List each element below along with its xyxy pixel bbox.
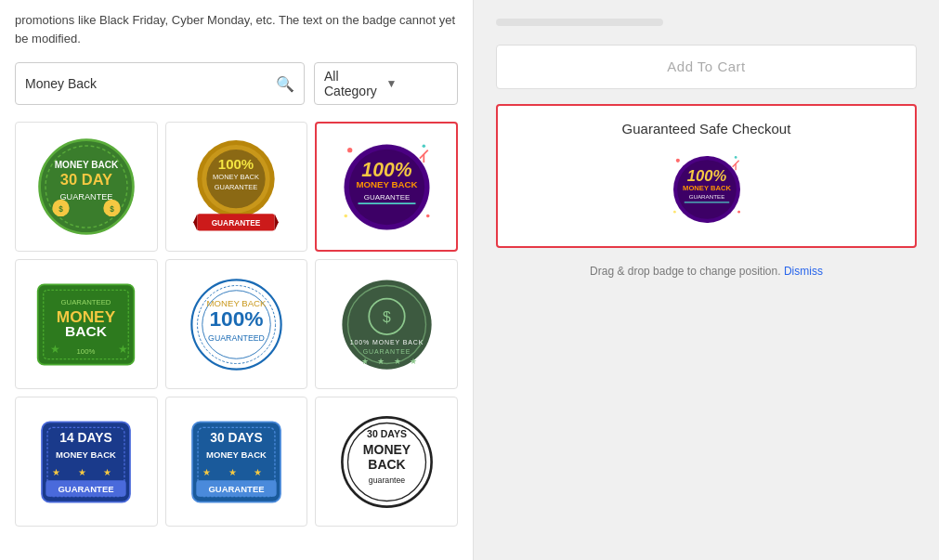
svg-text:GUARANTEE: GUARANTEE bbox=[363, 192, 410, 201]
search-box[interactable]: 🔍 bbox=[15, 62, 305, 105]
svg-text:30 DAY: 30 DAY bbox=[60, 171, 112, 188]
svg-text:GUARANTEE: GUARANTEE bbox=[212, 219, 261, 228]
category-label: All Category bbox=[324, 69, 386, 98]
svg-text:14 DAYS: 14 DAYS bbox=[60, 429, 112, 444]
svg-text:GUARANTEE: GUARANTEE bbox=[215, 183, 258, 191]
svg-text:★: ★ bbox=[78, 467, 86, 477]
svg-text:GUARANTEED: GUARANTEED bbox=[61, 297, 111, 306]
svg-text:GUARANTEE: GUARANTEE bbox=[208, 484, 264, 494]
svg-text:GUARANTEED: GUARANTEED bbox=[208, 333, 265, 343]
svg-point-80 bbox=[734, 156, 737, 159]
svg-text:★: ★ bbox=[202, 467, 211, 477]
svg-text:★: ★ bbox=[50, 342, 60, 355]
svg-text:★: ★ bbox=[360, 356, 368, 365]
svg-text:MONEY: MONEY bbox=[362, 441, 411, 456]
svg-text:★: ★ bbox=[228, 467, 237, 477]
svg-text:100%: 100% bbox=[218, 156, 254, 172]
left-panel: promotions like Black Friday, Cyber Mond… bbox=[0, 0, 474, 560]
svg-text:GUARANTEE: GUARANTEE bbox=[59, 484, 114, 494]
search-icon[interactable]: 🔍 bbox=[276, 75, 294, 93]
svg-text:100%: 100% bbox=[209, 306, 263, 331]
svg-text:★: ★ bbox=[104, 467, 112, 477]
svg-text:30 DAYS: 30 DAYS bbox=[210, 429, 262, 444]
svg-text:BACK: BACK bbox=[368, 456, 405, 471]
svg-text:100%: 100% bbox=[77, 347, 96, 356]
svg-marker-17 bbox=[275, 214, 279, 230]
badge-item[interactable]: GUARANTEED MONEY BACK ★ ★ 100% bbox=[15, 259, 158, 389]
svg-text:30 DAYS: 30 DAYS bbox=[367, 428, 407, 439]
badge-item[interactable]: MONEY BACK 100% GUARANTEED bbox=[165, 259, 308, 389]
svg-text:★: ★ bbox=[118, 342, 128, 355]
svg-text:MONEY BACK: MONEY BACK bbox=[56, 449, 116, 460]
dismiss-text: Drag & drop badge to change position. Di… bbox=[496, 263, 917, 280]
selected-badge-preview[interactable]: 100% MONEY BACK GUARANTEE bbox=[665, 148, 749, 231]
svg-point-81 bbox=[673, 211, 676, 214]
svg-text:★: ★ bbox=[393, 356, 400, 365]
svg-text:BACK: BACK bbox=[65, 323, 108, 339]
badge-item[interactable]: $ 100% MONEY BACK GUARANTEE ★ ★ ★ ★ bbox=[315, 259, 458, 389]
svg-text:MONEY BACK: MONEY BACK bbox=[206, 449, 267, 460]
search-row: 🔍 All Category ▼ bbox=[15, 62, 458, 105]
badge-item[interactable]: 100% MONEY BACK GUARANTEE GUARANTEE bbox=[165, 122, 308, 252]
svg-text:$: $ bbox=[59, 205, 63, 214]
badge-item[interactable]: MONEY BACK 30 DAY GUARANTEE $ $ bbox=[15, 122, 158, 252]
svg-text:GUARANTEE: GUARANTEE bbox=[362, 348, 410, 355]
svg-text:★: ★ bbox=[254, 467, 262, 477]
badge-item[interactable]: 30 DAYS MONEY BACK guarantee bbox=[315, 397, 458, 527]
search-input[interactable] bbox=[25, 76, 276, 91]
svg-point-22 bbox=[426, 214, 430, 217]
svg-point-19 bbox=[347, 148, 352, 152]
badge-item[interactable]: 100% MONEY BACK GUARANTEE bbox=[315, 122, 458, 252]
svg-text:MONEY BACK: MONEY BACK bbox=[683, 184, 731, 192]
svg-point-82 bbox=[737, 211, 740, 214]
svg-marker-16 bbox=[194, 214, 198, 230]
svg-point-21 bbox=[344, 214, 347, 217]
svg-text:$: $ bbox=[383, 308, 391, 324]
svg-text:$: $ bbox=[110, 205, 114, 214]
svg-text:MONEY BACK: MONEY BACK bbox=[356, 179, 417, 189]
checkout-section: Guaranteed Safe Checkout 100% MONEY BACK… bbox=[496, 104, 917, 248]
svg-text:MONEY BACK: MONEY BACK bbox=[54, 160, 118, 170]
svg-text:★: ★ bbox=[53, 467, 61, 477]
svg-text:★: ★ bbox=[377, 356, 385, 365]
svg-text:GUARANTEE: GUARANTEE bbox=[59, 192, 112, 202]
svg-text:100% MONEY BACK: 100% MONEY BACK bbox=[349, 339, 424, 345]
checkout-title: Guaranteed Safe Checkout bbox=[622, 121, 791, 137]
scroll-indicator bbox=[496, 19, 663, 26]
svg-text:100%: 100% bbox=[686, 167, 726, 185]
svg-text:100%: 100% bbox=[361, 159, 411, 180]
svg-text:GUARANTEE: GUARANTEE bbox=[688, 193, 724, 200]
notice-text: promotions like Black Friday, Cyber Mond… bbox=[15, 0, 458, 62]
svg-point-20 bbox=[422, 144, 425, 148]
badge-item[interactable]: 14 DAYS MONEY BACK ★ ★ ★ GUARANTEE bbox=[15, 397, 158, 527]
right-panel: Add To Cart Guaranteed Safe Checkout 100… bbox=[474, 0, 939, 560]
svg-text:MONEY BACK: MONEY BACK bbox=[214, 174, 260, 182]
svg-text:★: ★ bbox=[410, 356, 417, 365]
add-to-cart-bar[interactable]: Add To Cart bbox=[496, 45, 917, 89]
svg-point-79 bbox=[675, 159, 679, 163]
svg-text:guarantee: guarantee bbox=[368, 475, 405, 485]
add-to-cart-button[interactable]: Add To Cart bbox=[667, 59, 745, 74]
chevron-down-icon: ▼ bbox=[386, 77, 449, 90]
category-dropdown[interactable]: All Category ▼ bbox=[314, 62, 458, 105]
badge-grid: MONEY BACK 30 DAY GUARANTEE $ $ 100% bbox=[15, 122, 458, 527]
dismiss-link[interactable]: Dismiss bbox=[784, 265, 823, 278]
badge-item[interactable]: 30 DAYS MONEY BACK ★ ★ ★ GUARANTEE bbox=[165, 397, 308, 527]
